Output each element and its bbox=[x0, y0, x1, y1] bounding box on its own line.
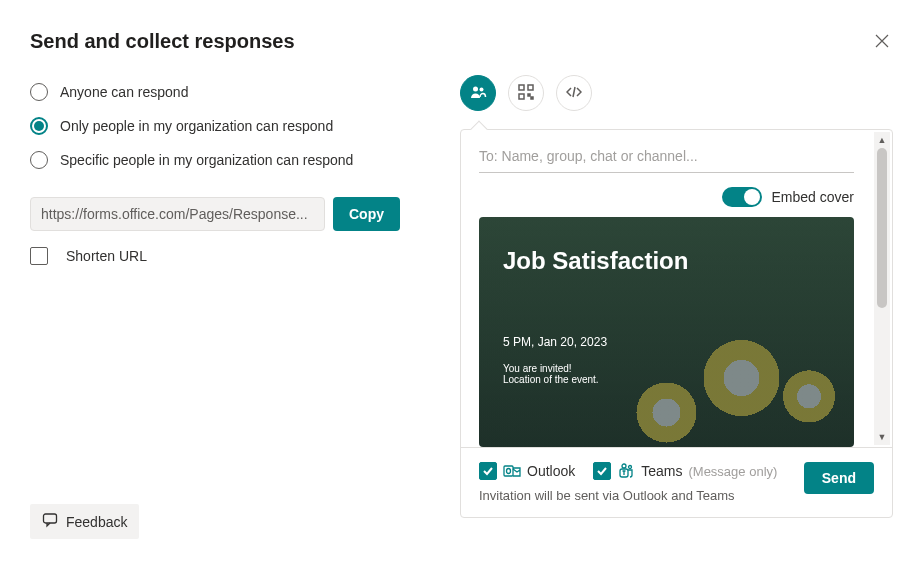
radio-org-only[interactable]: Only people in my organization can respo… bbox=[30, 109, 400, 143]
copy-button[interactable]: Copy bbox=[333, 197, 400, 231]
share-url-input[interactable]: https://forms.office.com/Pages/Response.… bbox=[30, 197, 325, 231]
people-icon bbox=[469, 83, 487, 104]
send-via-note: Invitation will be sent via Outlook and … bbox=[479, 488, 777, 503]
svg-rect-5 bbox=[528, 94, 530, 96]
cover-invite-text: You are invited! bbox=[503, 363, 830, 374]
svg-rect-3 bbox=[528, 85, 533, 90]
svg-rect-6 bbox=[531, 97, 533, 99]
teams-note: (Message only) bbox=[688, 464, 777, 479]
outlook-checkbox[interactable] bbox=[479, 462, 497, 480]
scroll-thumb[interactable] bbox=[877, 148, 887, 308]
cover-time: 5 PM, Jan 20, 2023 bbox=[503, 335, 830, 349]
svg-rect-4 bbox=[519, 94, 524, 99]
svg-rect-7 bbox=[504, 466, 513, 476]
tab-qr-code[interactable] bbox=[508, 75, 544, 111]
tab-embed-code[interactable] bbox=[556, 75, 592, 111]
svg-point-9 bbox=[622, 464, 626, 468]
radio-icon bbox=[30, 83, 48, 101]
cover-preview: Job Satisfaction 5 PM, Jan 20, 2023 You … bbox=[479, 217, 854, 447]
radio-specific-people[interactable]: Specific people in my organization can r… bbox=[30, 143, 400, 177]
embed-cover-toggle[interactable] bbox=[722, 187, 762, 207]
respondent-radio-group: Anyone can respond Only people in my org… bbox=[30, 75, 400, 177]
invite-panel: Embed cover Job Satisfaction 5 PM, Jan 2… bbox=[460, 129, 893, 518]
shorten-url-checkbox[interactable] bbox=[30, 247, 48, 265]
send-button[interactable]: Send bbox=[804, 462, 874, 494]
qr-code-icon bbox=[518, 84, 534, 103]
close-icon bbox=[875, 34, 889, 51]
feedback-label: Feedback bbox=[66, 514, 127, 530]
radio-icon bbox=[30, 117, 48, 135]
recipients-input[interactable] bbox=[479, 144, 854, 173]
dialog-title: Send and collect responses bbox=[30, 30, 295, 53]
svg-point-1 bbox=[480, 87, 484, 91]
cover-location-text: Location of the event. bbox=[503, 374, 830, 385]
svg-point-8 bbox=[507, 469, 511, 474]
outlook-icon bbox=[503, 462, 521, 480]
radio-anyone[interactable]: Anyone can respond bbox=[30, 75, 400, 109]
teams-icon bbox=[617, 462, 635, 480]
svg-point-10 bbox=[629, 466, 632, 469]
svg-rect-2 bbox=[519, 85, 524, 90]
feedback-button[interactable]: Feedback bbox=[30, 504, 139, 539]
scrollbar[interactable]: ▲ ▼ bbox=[874, 132, 890, 445]
radio-label: Specific people in my organization can r… bbox=[60, 152, 353, 168]
teams-checkbox[interactable] bbox=[593, 462, 611, 480]
feedback-icon bbox=[42, 512, 58, 531]
code-icon bbox=[566, 84, 582, 103]
outlook-label: Outlook bbox=[527, 463, 575, 479]
svg-rect-12 bbox=[44, 514, 57, 523]
scroll-down-icon[interactable]: ▼ bbox=[874, 429, 890, 445]
cover-title: Job Satisfaction bbox=[503, 247, 830, 275]
teams-label: Teams bbox=[641, 463, 682, 479]
close-button[interactable] bbox=[871, 30, 893, 55]
embed-cover-label: Embed cover bbox=[772, 189, 854, 205]
scroll-up-icon[interactable]: ▲ bbox=[874, 132, 890, 148]
radio-label: Only people in my organization can respo… bbox=[60, 118, 333, 134]
tab-invite[interactable] bbox=[460, 75, 496, 111]
radio-label: Anyone can respond bbox=[60, 84, 188, 100]
radio-icon bbox=[30, 151, 48, 169]
svg-point-0 bbox=[473, 86, 478, 91]
shorten-url-label: Shorten URL bbox=[66, 248, 147, 264]
